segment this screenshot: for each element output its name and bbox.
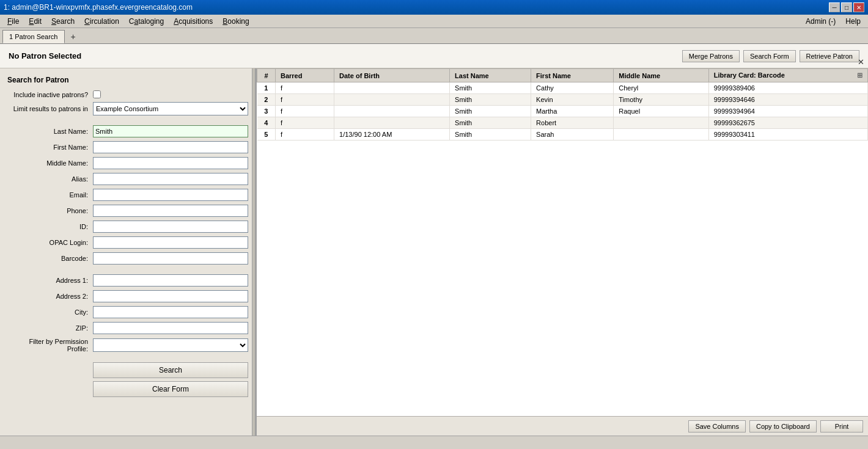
merge-patrons-button[interactable]: Merge Patrons (682, 50, 740, 62)
cell-firstname: Kevin (531, 94, 614, 106)
opac-login-label: OPAC Login: (7, 239, 93, 246)
main-content: Search for Patron Include inactive patro… (0, 68, 868, 436)
results-table-container[interactable]: # Barred Date of Birth Last Name First N… (257, 68, 868, 416)
middle-name-input[interactable] (93, 157, 248, 169)
alias-label: Alias: (7, 175, 93, 183)
email-label: Email: (7, 191, 93, 199)
city-input[interactable] (93, 306, 248, 318)
table-row[interactable]: 4 f Smith Robert 99999362675 (257, 117, 868, 129)
consortium-select[interactable]: Example Consortium (93, 102, 248, 115)
cell-barred: f (276, 82, 334, 94)
col-barcode[interactable]: Library Card: Barcode ⊞ (708, 69, 867, 82)
id-label: ID: (7, 223, 93, 230)
cell-num: 5 (257, 129, 276, 141)
id-row: ID: (7, 221, 248, 233)
cell-num: 4 (257, 117, 276, 129)
retrieve-patron-button[interactable]: Retrieve Patron (800, 50, 859, 62)
middle-name-label: Middle Name: (7, 159, 93, 167)
col-firstname[interactable]: First Name (531, 69, 614, 82)
cell-dob (334, 94, 450, 106)
table-row[interactable]: 3 f Smith Martha Raquel 99999394964 (257, 106, 868, 117)
col-lastname[interactable]: Last Name (450, 69, 531, 82)
zip-label: ZIP: (7, 324, 93, 332)
search-panel: Search for Patron Include inactive patro… (0, 68, 257, 436)
limit-results-label: Limit results to patrons in (7, 105, 93, 112)
zip-input[interactable] (93, 322, 248, 334)
barcode-input[interactable] (93, 252, 248, 265)
include-inactive-checkbox[interactable] (93, 90, 101, 98)
copy-clipboard-button[interactable]: Copy to Clipboard (749, 420, 817, 433)
minimize-button[interactable]: ─ (829, 2, 840, 12)
form-actions: Search Clear Form (7, 362, 248, 400)
bottom-bar: Save Columns Copy to Clipboard Print (257, 416, 868, 436)
cell-middlename: Timothy (614, 94, 708, 106)
menu-search[interactable]: Search (46, 16, 79, 27)
menu-circulation[interactable]: Circulation (79, 16, 124, 27)
email-row: Email: (7, 189, 248, 201)
cell-firstname: Cathy (531, 82, 614, 94)
menu-admin[interactable]: Admin (-) (801, 16, 840, 27)
barcode-row: Barcode: (7, 252, 248, 265)
cell-barred: f (276, 106, 334, 117)
first-name-label: First Name: (7, 144, 93, 151)
status-bar: No Patron Selected Merge Patrons Search … (0, 44, 868, 68)
cell-lastname: Smith (450, 117, 531, 129)
search-form-button[interactable]: Search Form (743, 50, 796, 62)
tab-close-button[interactable]: ✕ (858, 57, 864, 67)
panel-resize-handle[interactable] (252, 68, 256, 436)
col-barred[interactable]: Barred (276, 69, 334, 82)
table-row[interactable]: 5 f 1/13/90 12:00 AM Smith Sarah 9999930… (257, 129, 868, 141)
cell-num: 2 (257, 94, 276, 106)
menu-acquisitions[interactable]: Acquisitions (169, 16, 218, 27)
top-action-buttons: Merge Patrons Search Form Retrieve Patro… (682, 50, 859, 62)
cell-num: 1 (257, 82, 276, 94)
tab-add-button[interactable]: + (66, 30, 81, 43)
cell-lastname: Smith (450, 94, 531, 106)
tab-label: 1 Patron Search (9, 33, 58, 40)
menu-file[interactable]: File (2, 16, 24, 27)
maximize-button[interactable]: □ (841, 2, 852, 12)
menu-cataloging[interactable]: Cataloging (124, 16, 169, 27)
close-window-button[interactable]: ✕ (853, 2, 864, 12)
first-name-input[interactable] (93, 141, 248, 153)
address2-label: Address 2: (7, 293, 93, 300)
col-dob[interactable]: Date of Birth (334, 69, 450, 82)
address2-input[interactable] (93, 290, 248, 302)
menu-help[interactable]: Help (840, 16, 866, 27)
col-num[interactable]: # (257, 69, 276, 82)
save-columns-button[interactable]: Save Columns (688, 420, 746, 433)
opac-login-row: OPAC Login: (7, 236, 248, 249)
cell-lastname: Smith (450, 129, 531, 141)
search-panel-title: Search for Patron (7, 76, 248, 84)
search-button[interactable]: Search (93, 362, 248, 378)
cell-barcode: 99999394646 (708, 94, 867, 106)
cell-middlename (614, 129, 708, 141)
phone-label: Phone: (7, 207, 93, 214)
filter-profile-select[interactable] (93, 338, 248, 352)
filter-profile-label: Filter by Permission Profile: (7, 338, 93, 352)
clear-form-button[interactable]: Clear Form (93, 381, 248, 397)
city-row: City: (7, 306, 248, 318)
patron-status: No Patron Selected (9, 51, 81, 60)
address1-input[interactable] (93, 274, 248, 287)
last-name-row: Last Name: (7, 125, 248, 137)
cell-barcode: 99999389406 (708, 82, 867, 94)
city-label: City: (7, 308, 93, 316)
tab-bar: 1 Patron Search + ✕ (0, 28, 868, 44)
table-row[interactable]: 2 f Smith Kevin Timothy 99999394646 (257, 94, 868, 106)
menu-booking[interactable]: Booking (218, 16, 254, 27)
menu-edit[interactable]: Edit (24, 16, 46, 27)
id-input[interactable] (93, 221, 248, 233)
phone-input[interactable] (93, 205, 248, 217)
col-middlename[interactable]: Middle Name (614, 69, 708, 82)
cell-middlename: Raquel (614, 106, 708, 117)
tab-patron-search[interactable]: 1 Patron Search (2, 30, 65, 43)
cell-barcode: 99999394964 (708, 106, 867, 117)
print-button[interactable]: Print (820, 420, 863, 433)
email-input[interactable] (93, 189, 248, 201)
alias-input[interactable] (93, 173, 248, 185)
table-row[interactable]: 1 f Smith Cathy Cheryl 99999389406 (257, 82, 868, 94)
opac-login-input[interactable] (93, 236, 248, 249)
last-name-input[interactable] (93, 125, 248, 137)
menu-bar: File Edit Search Circulation Cataloging … (0, 15, 868, 28)
